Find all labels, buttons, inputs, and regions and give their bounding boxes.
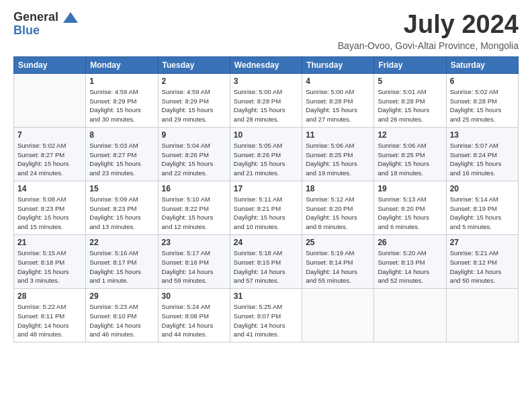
month-title: July 2024 [338, 11, 519, 39]
day-number: 9 [162, 130, 226, 140]
calendar-week-row: 28Sunrise: 5:22 AMSunset: 8:11 PMDayligh… [14, 289, 519, 342]
calendar-day-1: 1Sunrise: 4:59 AMSunset: 8:29 PMDaylight… [86, 73, 158, 127]
day-info: Sunrise: 5:16 AMSunset: 8:17 PMDaylight:… [89, 248, 154, 285]
calendar-day-26: 26Sunrise: 5:20 AMSunset: 8:13 PMDayligh… [374, 234, 446, 288]
day-info: Sunrise: 5:14 AMSunset: 8:19 PMDaylight:… [450, 195, 515, 232]
calendar-week-row: 14Sunrise: 5:08 AMSunset: 8:23 PMDayligh… [14, 181, 519, 234]
calendar-day-18: 18Sunrise: 5:12 AMSunset: 8:20 PMDayligh… [302, 181, 374, 234]
day-number: 8 [89, 130, 154, 140]
weekday-header-monday: Monday [86, 56, 158, 73]
day-info: Sunrise: 4:59 AMSunset: 8:29 PMDaylight:… [162, 87, 226, 124]
calendar-day-8: 8Sunrise: 5:03 AMSunset: 8:27 PMDaylight… [86, 127, 158, 181]
day-info: Sunrise: 5:06 AMSunset: 8:25 PMDaylight:… [306, 141, 370, 178]
day-info: Sunrise: 5:03 AMSunset: 8:27 PMDaylight:… [89, 141, 154, 178]
calendar-day-21: 21Sunrise: 5:15 AMSunset: 8:18 PMDayligh… [14, 234, 86, 288]
svg-marker-0 [63, 12, 78, 23]
logo-text-general: General [13, 11, 78, 24]
day-info: Sunrise: 5:10 AMSunset: 8:22 PMDaylight:… [162, 195, 226, 232]
day-number: 4 [306, 77, 370, 86]
calendar-empty-cell [446, 289, 518, 342]
page: General Blue July 2024 Bayan-Ovoo, Govi-… [0, 0, 532, 353]
day-info: Sunrise: 5:13 AMSunset: 8:20 PMDaylight:… [378, 195, 442, 232]
calendar-day-22: 22Sunrise: 5:16 AMSunset: 8:17 PMDayligh… [86, 234, 158, 288]
weekday-header-tuesday: Tuesday [158, 56, 230, 73]
day-number: 10 [234, 130, 298, 140]
day-info: Sunrise: 5:05 AMSunset: 8:26 PMDaylight:… [234, 141, 298, 178]
day-number: 28 [17, 291, 82, 301]
day-number: 12 [378, 130, 442, 140]
day-info: Sunrise: 5:00 AMSunset: 8:28 PMDaylight:… [306, 87, 370, 124]
day-info: Sunrise: 5:23 AMSunset: 8:10 PMDaylight:… [89, 302, 154, 339]
day-number: 22 [89, 238, 154, 247]
calendar-day-12: 12Sunrise: 5:06 AMSunset: 8:25 PMDayligh… [374, 127, 446, 181]
day-number: 19 [378, 184, 442, 193]
day-number: 24 [234, 238, 298, 247]
day-number: 2 [162, 77, 226, 86]
calendar-table: SundayMondayTuesdayWednesdayThursdayFrid… [13, 56, 519, 342]
day-info: Sunrise: 5:20 AMSunset: 8:13 PMDaylight:… [378, 248, 442, 285]
calendar-week-row: 21Sunrise: 5:15 AMSunset: 8:18 PMDayligh… [14, 234, 519, 288]
day-number: 15 [89, 184, 154, 193]
day-info: Sunrise: 5:08 AMSunset: 8:23 PMDaylight:… [17, 195, 82, 232]
day-info: Sunrise: 5:18 AMSunset: 8:15 PMDaylight:… [234, 248, 298, 285]
calendar-day-7: 7Sunrise: 5:02 AMSunset: 8:27 PMDaylight… [14, 127, 86, 181]
day-info: Sunrise: 5:12 AMSunset: 8:20 PMDaylight:… [306, 195, 370, 232]
calendar-empty-cell [374, 289, 446, 342]
day-info: Sunrise: 5:21 AMSunset: 8:12 PMDaylight:… [450, 248, 515, 285]
weekday-header-wednesday: Wednesday [230, 56, 302, 73]
day-number: 14 [17, 184, 82, 193]
calendar-day-19: 19Sunrise: 5:13 AMSunset: 8:20 PMDayligh… [374, 181, 446, 234]
day-number: 1 [89, 77, 154, 86]
calendar-empty-cell [14, 73, 86, 127]
day-number: 21 [17, 238, 82, 247]
calendar-day-5: 5Sunrise: 5:01 AMSunset: 8:28 PMDaylight… [374, 73, 446, 127]
day-info: Sunrise: 5:22 AMSunset: 8:11 PMDaylight:… [17, 302, 82, 339]
day-info: Sunrise: 5:01 AMSunset: 8:28 PMDaylight:… [378, 87, 442, 124]
weekday-header-thursday: Thursday [302, 56, 374, 73]
calendar-week-row: 1Sunrise: 4:59 AMSunset: 8:29 PMDaylight… [14, 73, 519, 127]
day-info: Sunrise: 5:02 AMSunset: 8:28 PMDaylight:… [450, 87, 515, 124]
day-number: 20 [450, 184, 515, 193]
day-number: 5 [378, 77, 442, 86]
title-block: July 2024 Bayan-Ovoo, Govi-Altai Provinc… [338, 11, 519, 51]
calendar-day-6: 6Sunrise: 5:02 AMSunset: 8:28 PMDaylight… [446, 73, 518, 127]
day-info: Sunrise: 5:11 AMSunset: 8:21 PMDaylight:… [234, 195, 298, 232]
day-info: Sunrise: 5:02 AMSunset: 8:27 PMDaylight:… [17, 141, 82, 178]
day-number: 23 [162, 238, 226, 247]
day-info: Sunrise: 5:15 AMSunset: 8:18 PMDaylight:… [17, 248, 82, 285]
day-info: Sunrise: 4:59 AMSunset: 8:29 PMDaylight:… [89, 87, 154, 124]
header: General Blue July 2024 Bayan-Ovoo, Govi-… [13, 11, 519, 51]
day-number: 7 [17, 130, 82, 140]
day-number: 3 [234, 77, 298, 86]
calendar-day-15: 15Sunrise: 5:09 AMSunset: 8:23 PMDayligh… [86, 181, 158, 234]
day-number: 31 [234, 291, 298, 301]
logo-icon [63, 12, 78, 23]
day-info: Sunrise: 5:17 AMSunset: 8:16 PMDaylight:… [162, 248, 226, 285]
day-number: 17 [234, 184, 298, 193]
calendar-day-13: 13Sunrise: 5:07 AMSunset: 8:24 PMDayligh… [446, 127, 518, 181]
day-number: 25 [306, 238, 370, 247]
weekday-header-sunday: Sunday [14, 56, 86, 73]
day-number: 11 [306, 130, 370, 140]
day-info: Sunrise: 5:09 AMSunset: 8:23 PMDaylight:… [89, 195, 154, 232]
day-number: 16 [162, 184, 226, 193]
calendar-day-10: 10Sunrise: 5:05 AMSunset: 8:26 PMDayligh… [230, 127, 302, 181]
calendar-day-16: 16Sunrise: 5:10 AMSunset: 8:22 PMDayligh… [158, 181, 230, 234]
calendar-day-3: 3Sunrise: 5:00 AMSunset: 8:28 PMDaylight… [230, 73, 302, 127]
subtitle: Bayan-Ovoo, Govi-Altai Province, Mongoli… [338, 40, 519, 51]
day-number: 13 [450, 130, 515, 140]
calendar-day-4: 4Sunrise: 5:00 AMSunset: 8:28 PMDaylight… [302, 73, 374, 127]
day-number: 18 [306, 184, 370, 193]
day-number: 26 [378, 238, 442, 247]
logo: General Blue [13, 11, 78, 38]
calendar-day-9: 9Sunrise: 5:04 AMSunset: 8:26 PMDaylight… [158, 127, 230, 181]
weekday-header-row: SundayMondayTuesdayWednesdayThursdayFrid… [14, 56, 519, 73]
weekday-header-friday: Friday [374, 56, 446, 73]
calendar-day-31: 31Sunrise: 5:25 AMSunset: 8:07 PMDayligh… [230, 289, 302, 342]
calendar-day-20: 20Sunrise: 5:14 AMSunset: 8:19 PMDayligh… [446, 181, 518, 234]
day-number: 29 [89, 291, 154, 301]
day-info: Sunrise: 5:24 AMSunset: 8:08 PMDaylight:… [162, 302, 226, 339]
calendar-day-29: 29Sunrise: 5:23 AMSunset: 8:10 PMDayligh… [86, 289, 158, 342]
calendar-day-27: 27Sunrise: 5:21 AMSunset: 8:12 PMDayligh… [446, 234, 518, 288]
calendar-empty-cell [302, 289, 374, 342]
